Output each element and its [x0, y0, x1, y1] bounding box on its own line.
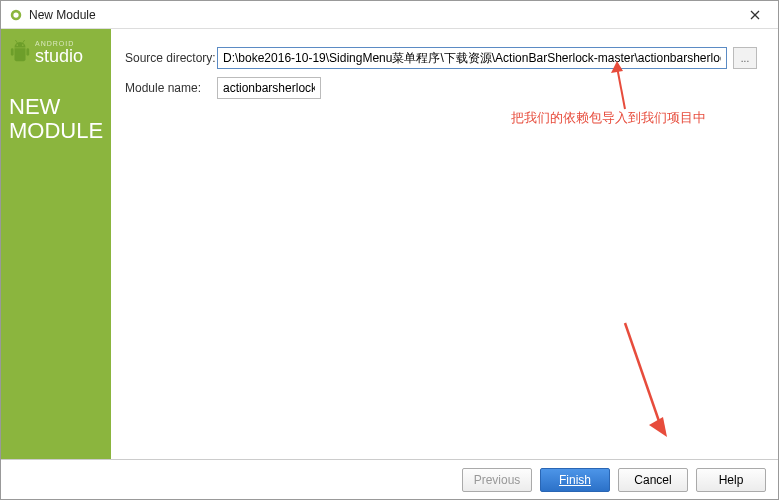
close-icon [750, 10, 760, 20]
svg-point-6 [16, 44, 18, 46]
svg-point-7 [22, 44, 24, 46]
app-icon [9, 8, 23, 22]
source-directory-label: Source directory: [125, 51, 217, 65]
footer: Previous Finish Cancel Help [1, 459, 778, 499]
module-name-row: Module name: [125, 77, 766, 99]
ellipsis-icon: ... [741, 53, 749, 64]
logo-big: studio [35, 47, 83, 65]
module-name-input[interactable] [217, 77, 321, 99]
android-icon [9, 39, 31, 65]
cancel-button[interactable]: Cancel [618, 468, 688, 492]
sidebar-heading: NEW MODULE [9, 95, 103, 143]
window-title: New Module [29, 8, 740, 22]
svg-line-12 [625, 323, 661, 427]
annotation-arrow-bottom [621, 319, 671, 439]
browse-button[interactable]: ... [733, 47, 757, 69]
annotation-text: 把我们的依赖包导入到我们项目中 [511, 109, 706, 127]
sidebar: ANDROID studio NEW MODULE [1, 29, 111, 459]
heading-line1: NEW [9, 94, 60, 119]
main-panel: Source directory: ... Module name: 把我们的依… [111, 29, 778, 459]
logo: ANDROID studio [9, 39, 103, 65]
svg-rect-4 [11, 48, 14, 55]
source-directory-input[interactable] [217, 47, 727, 69]
finish-button[interactable]: Finish [540, 468, 610, 492]
svg-line-9 [23, 40, 25, 43]
svg-rect-5 [26, 48, 29, 55]
svg-line-8 [15, 40, 17, 43]
content-area: ANDROID studio NEW MODULE Source directo… [1, 29, 778, 459]
svg-marker-13 [649, 417, 667, 437]
new-module-dialog: New Module AN [0, 0, 779, 500]
close-button[interactable] [740, 5, 770, 25]
source-directory-row: Source directory: ... [125, 47, 766, 69]
logo-text: ANDROID studio [35, 40, 83, 65]
module-name-label: Module name: [125, 81, 217, 95]
heading-line2: MODULE [9, 118, 103, 143]
help-button[interactable]: Help [696, 468, 766, 492]
titlebar: New Module [1, 1, 778, 29]
svg-point-1 [13, 12, 18, 17]
previous-button[interactable]: Previous [462, 468, 532, 492]
